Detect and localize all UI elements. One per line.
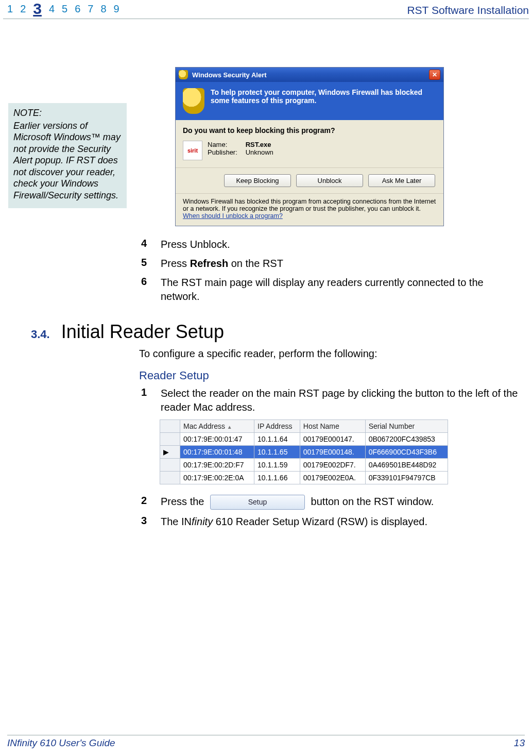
- step-text-part: on the RST: [228, 258, 283, 269]
- table-row[interactable]: 00:17:9E:00:2E:0A10.1.1.6600179E002E0A.0…: [160, 472, 448, 484]
- table-row[interactable]: 00:17:9E:00:01:4710.1.1.6400179E000147.0…: [160, 433, 448, 446]
- step-text: The RST main page will display any reade…: [161, 276, 520, 304]
- cell-ip: 10.1.1.59: [254, 459, 300, 472]
- unblock-help-link[interactable]: When should I unblock a program?: [183, 212, 283, 220]
- col-mac[interactable]: Mac Address ▲: [180, 420, 254, 433]
- note-callout: NOTE: Earlier versions of Microsoft Wind…: [8, 103, 127, 208]
- page-footer: INfinity 610 User's Guide 13: [0, 731, 532, 749]
- row-selector-header: [160, 420, 180, 433]
- page-header: 1 2 3 4 5 6 7 8 9 RST Software Installat…: [0, 0, 532, 18]
- chapter-3-current[interactable]: 3: [33, 0, 42, 18]
- sort-asc-icon: ▲: [227, 424, 232, 430]
- cell-host: 00179E002E0A.: [300, 472, 365, 484]
- col-host[interactable]: Host Name: [300, 420, 365, 433]
- dialog-question: Do you want to keep blocking this progra…: [183, 126, 436, 135]
- section-heading: 3.4. Initial Reader Setup: [31, 321, 520, 343]
- cell-ip: 10.1.1.65: [254, 446, 300, 459]
- chapter-8[interactable]: 8: [100, 3, 106, 18]
- step-text: Select the reader on the main RST page b…: [161, 387, 520, 414]
- chapter-1[interactable]: 1: [7, 3, 13, 18]
- row-selector-cell[interactable]: [160, 459, 180, 472]
- dialog-footer: Windows Firewall has blocked this progra…: [176, 193, 443, 226]
- setup-button[interactable]: Setup: [210, 495, 305, 510]
- close-icon[interactable]: ✕: [429, 70, 440, 80]
- note-title: NOTE:: [13, 107, 122, 119]
- note-body: Earlier versions of Microsoft Windows™ m…: [13, 120, 122, 201]
- windows-security-alert-dialog: Windows Security Alert ✕ To help protect…: [175, 67, 444, 226]
- step-text-part: button on the RST window.: [311, 496, 434, 507]
- step-text-bold: Refresh: [190, 258, 228, 269]
- header-rule: [3, 19, 529, 19]
- cell-mac: 00:17:9E:00:2D:F7: [180, 459, 254, 472]
- cell-serial: 0A469501BE448D92: [365, 459, 448, 472]
- footer-suffix: 610 User's Guide: [37, 737, 115, 748]
- program-name: RST.exe: [246, 141, 271, 148]
- dialog-banner-text: To help protect your computer, Windows F…: [211, 88, 436, 105]
- step-text: Press Refresh on the RST: [161, 257, 520, 271]
- step-text-italic: finity: [192, 516, 213, 527]
- step-text: Press the Setup button on the RST window…: [161, 495, 520, 510]
- table-row[interactable]: ▶00:17:9E:00:01:4810.1.1.6500179E000148.…: [160, 446, 448, 459]
- footer-left: INfinity 610 User's Guide: [7, 737, 115, 749]
- chapter-5[interactable]: 5: [62, 3, 67, 18]
- row-selected-arrow-icon: ▶: [163, 448, 169, 456]
- program-meta: Name: RST.exe Publisher: Unknown: [208, 141, 273, 160]
- program-icon: sirit: [183, 141, 202, 160]
- dialog-title: Windows Security Alert: [192, 71, 425, 79]
- footer-italic: finity: [17, 737, 37, 748]
- section-intro: To configure a specific reader, perform …: [139, 348, 520, 360]
- dialog-banner: To help protect your computer, Windows F…: [176, 82, 443, 120]
- name-label: Name:: [208, 141, 244, 148]
- publisher-value: Unknown: [246, 148, 273, 156]
- shield-icon: [179, 70, 188, 79]
- step-number: 1: [141, 387, 148, 414]
- step-number: 6: [141, 276, 148, 304]
- row-selector-cell[interactable]: [160, 472, 180, 484]
- row-selector-cell[interactable]: [160, 433, 180, 446]
- step-number: 4: [141, 238, 148, 251]
- dialog-footer-text: Windows Firewall has blocked this progra…: [183, 198, 436, 212]
- step-number: 2: [141, 495, 148, 510]
- cell-serial: 0F666900CD43F3B6: [365, 446, 448, 459]
- step-text-part: Press: [161, 258, 190, 269]
- step-number: 5: [141, 257, 148, 271]
- chapter-6[interactable]: 6: [75, 3, 80, 18]
- cell-host: 00179E002DF7.: [300, 459, 365, 472]
- chapter-2[interactable]: 2: [20, 3, 26, 18]
- footer-prefix: IN: [7, 737, 17, 748]
- section-running-title: RST Software Installation: [407, 4, 529, 16]
- section-title: Initial Reader Setup: [61, 321, 224, 343]
- keep-blocking-button[interactable]: Keep Blocking: [224, 174, 291, 187]
- chapter-9[interactable]: 9: [114, 3, 119, 18]
- cell-ip: 10.1.1.66: [254, 472, 300, 484]
- section-number: 3.4.: [31, 328, 50, 341]
- step-text-part: The IN: [161, 516, 192, 527]
- readers-table[interactable]: Mac Address ▲ IP Address Host Name Seria…: [160, 419, 448, 484]
- page-number: 13: [514, 737, 525, 749]
- dialog-titlebar: Windows Security Alert ✕: [176, 68, 443, 82]
- cell-mac: 00:17:9E:00:01:47: [180, 433, 254, 446]
- cell-host: 00179E000147.: [300, 433, 365, 446]
- content-column: Windows Security Alert ✕ To help protect…: [139, 67, 520, 534]
- row-selector-cell[interactable]: ▶: [160, 446, 180, 459]
- table-row[interactable]: 00:17:9E:00:2D:F710.1.1.5900179E002DF7.0…: [160, 459, 448, 472]
- table-header-row: Mac Address ▲ IP Address Host Name Seria…: [160, 420, 448, 433]
- step-text-part: 610 Reader Setup Wizard (RSW) is display…: [213, 516, 427, 527]
- publisher-label: Publisher:: [208, 148, 244, 156]
- chapter-7[interactable]: 7: [88, 3, 93, 18]
- step-text-part: Press the: [161, 496, 207, 507]
- cell-mac: 00:17:9E:00:2E:0A: [180, 472, 254, 484]
- chapter-4[interactable]: 4: [49, 3, 55, 18]
- step-text: The INfinity 610 Reader Setup Wizard (RS…: [161, 515, 520, 529]
- chapter-number-strip: 1 2 3 4 5 6 7 8 9: [7, 3, 119, 18]
- ask-me-later-button[interactable]: Ask Me Later: [368, 174, 435, 187]
- col-ip[interactable]: IP Address: [254, 420, 300, 433]
- shield-large-icon: [183, 88, 204, 114]
- col-serial[interactable]: Serial Number: [365, 420, 448, 433]
- cell-ip: 10.1.1.64: [254, 433, 300, 446]
- cell-mac: 00:17:9E:00:01:48: [180, 446, 254, 459]
- cell-serial: 0B067200FC439853: [365, 433, 448, 446]
- unblock-button[interactable]: Unblock: [296, 174, 363, 187]
- step-number: 3: [141, 515, 148, 529]
- cell-serial: 0F339101F94797CB: [365, 472, 448, 484]
